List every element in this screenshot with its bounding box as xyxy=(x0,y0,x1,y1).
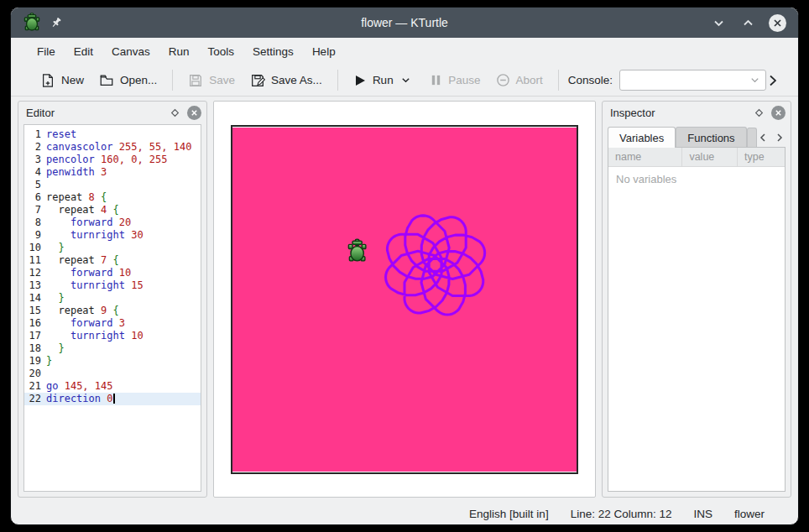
editor-line[interactable]: 10 } xyxy=(24,242,201,254)
line-number: 7 xyxy=(24,204,46,216)
line-number: 15 xyxy=(24,305,46,317)
line-code: turnright 15 xyxy=(46,279,144,292)
combo-chevron-icon xyxy=(749,75,760,86)
line-code: repeat 8 { xyxy=(46,191,107,204)
inspector-title: Inspector xyxy=(610,107,655,119)
status-document-name: flower xyxy=(734,508,765,520)
editor-line[interactable]: 12 forward 10 xyxy=(24,267,201,279)
console-input[interactable] xyxy=(619,70,766,91)
run-button[interactable]: Run xyxy=(346,70,401,91)
statusbar: English [built in] Line: 22 Column: 12 I… xyxy=(11,503,798,524)
line-number: 1 xyxy=(24,128,46,141)
save-button[interactable]: Save xyxy=(180,69,243,92)
editor-line[interactable]: 15 repeat 9 { xyxy=(24,305,201,317)
editor-close-icon[interactable] xyxy=(187,106,201,120)
line-code: } xyxy=(46,342,65,355)
inspector-dock: Inspector Variables Functions xyxy=(602,101,791,498)
line-number: 9 xyxy=(24,229,46,242)
status-language: English [built in] xyxy=(469,508,549,520)
menu-help[interactable]: Help xyxy=(303,41,345,62)
column-type[interactable]: type xyxy=(738,148,785,166)
menu-tools[interactable]: Tools xyxy=(199,41,244,62)
menu-canvas[interactable]: Canvas xyxy=(102,41,159,62)
abort-icon xyxy=(496,73,510,87)
line-code: } xyxy=(46,292,65,305)
line-number: 4 xyxy=(24,166,46,179)
tab-variables[interactable]: Variables xyxy=(608,127,676,148)
inspector-dock-header: Inspector xyxy=(603,102,791,123)
editor-line[interactable]: 19} xyxy=(24,355,201,368)
inspector-float-icon[interactable] xyxy=(752,106,765,119)
column-name[interactable]: name xyxy=(608,148,682,166)
line-code: } xyxy=(46,242,65,254)
menu-run[interactable]: Run xyxy=(159,41,199,62)
editor-line[interactable]: 4penwidth 3 xyxy=(24,166,201,179)
window-title: flower — KTurtle xyxy=(11,16,798,29)
editor-line[interactable]: 21go 145, 145 xyxy=(24,380,201,393)
menu-edit[interactable]: Edit xyxy=(65,41,102,62)
inspector-tabbar: Variables Functions xyxy=(603,123,791,148)
maximize-button[interactable] xyxy=(739,14,756,31)
editor-line[interactable]: 13 turnright 15 xyxy=(24,279,201,292)
editor-line[interactable]: 18 } xyxy=(24,342,201,355)
line-number: 8 xyxy=(24,216,46,229)
editor-line[interactable]: 2canvascolor 255, 55, 140 xyxy=(24,141,201,154)
line-number: 21 xyxy=(24,380,46,393)
open-folder-icon xyxy=(99,73,114,88)
pin-icon[interactable] xyxy=(50,17,62,29)
line-number: 18 xyxy=(24,342,46,355)
menu-settings[interactable]: Settings xyxy=(243,41,303,62)
open-button[interactable]: Open... xyxy=(91,69,164,92)
toolbar: New Open... Save Save As... Run xyxy=(11,65,798,96)
editor-dock-header: Editor xyxy=(18,102,206,123)
editor-line[interactable]: 1reset xyxy=(24,128,201,141)
line-code: turnright 10 xyxy=(46,330,144,342)
editor-line[interactable]: 8 forward 20 xyxy=(24,216,201,229)
status-cursor-position: Line: 22 Column: 12 xyxy=(571,508,672,520)
line-number: 2 xyxy=(24,141,46,154)
console-label: Console: xyxy=(568,74,613,86)
run-play-icon xyxy=(353,74,367,87)
line-code: forward 10 xyxy=(46,267,131,279)
canvas-panel xyxy=(213,101,596,498)
line-number: 5 xyxy=(24,179,46,191)
kturtle-window: flower — KTurtle xyxy=(10,7,799,525)
line-code: repeat 9 { xyxy=(46,305,119,317)
editor-line[interactable]: 16 forward 3 xyxy=(24,317,201,330)
editor-line[interactable]: 20 xyxy=(24,368,201,380)
inspector-close-icon[interactable] xyxy=(771,106,786,120)
tab-scroll-left-icon[interactable] xyxy=(759,133,767,143)
line-number: 11 xyxy=(24,254,46,267)
titlebar: flower — KTurtle xyxy=(11,8,798,38)
new-button[interactable]: New xyxy=(33,69,91,92)
code-editor[interactable]: 1reset2canvascolor 255, 55, 1403pencolor… xyxy=(23,124,201,492)
turtle-canvas[interactable] xyxy=(231,125,578,474)
tab-scroll-right-icon[interactable] xyxy=(775,133,784,143)
editor-line[interactable]: 7 repeat 4 { xyxy=(24,204,201,216)
tab-functions[interactable]: Functions xyxy=(676,127,746,148)
close-button[interactable] xyxy=(769,14,786,32)
no-variables-message: No variables xyxy=(608,167,785,191)
column-value[interactable]: value xyxy=(682,148,738,166)
line-code: forward 3 xyxy=(46,317,125,330)
editor-line[interactable]: 14 } xyxy=(24,292,201,305)
toolbar-separator xyxy=(558,70,559,91)
toolbar-overflow-button[interactable] xyxy=(766,74,780,87)
pause-icon xyxy=(430,74,442,86)
editor-line[interactable]: 17 turnright 10 xyxy=(24,330,201,342)
editor-line[interactable]: 11 repeat 7 { xyxy=(24,254,201,267)
menu-file[interactable]: File xyxy=(28,41,65,62)
save-icon xyxy=(188,73,203,88)
minimize-button[interactable] xyxy=(710,14,727,31)
editor-line[interactable]: 5 xyxy=(24,179,201,191)
editor-line[interactable]: 22direction 0 xyxy=(24,393,201,405)
abort-button[interactable]: Abort xyxy=(488,69,551,91)
editor-float-icon[interactable] xyxy=(168,106,181,119)
run-speed-dropdown[interactable] xyxy=(398,72,415,89)
editor-line[interactable]: 6repeat 8 { xyxy=(24,191,201,204)
editor-line[interactable]: 9 turnright 30 xyxy=(24,229,201,242)
save-as-button[interactable]: Save As... xyxy=(243,69,330,92)
pause-button[interactable]: Pause xyxy=(422,70,488,91)
editor-dock: Editor 1reset2canvascolor 255, 55, 1403p… xyxy=(18,101,207,498)
editor-line[interactable]: 3pencolor 160, 0, 255 xyxy=(24,154,201,166)
